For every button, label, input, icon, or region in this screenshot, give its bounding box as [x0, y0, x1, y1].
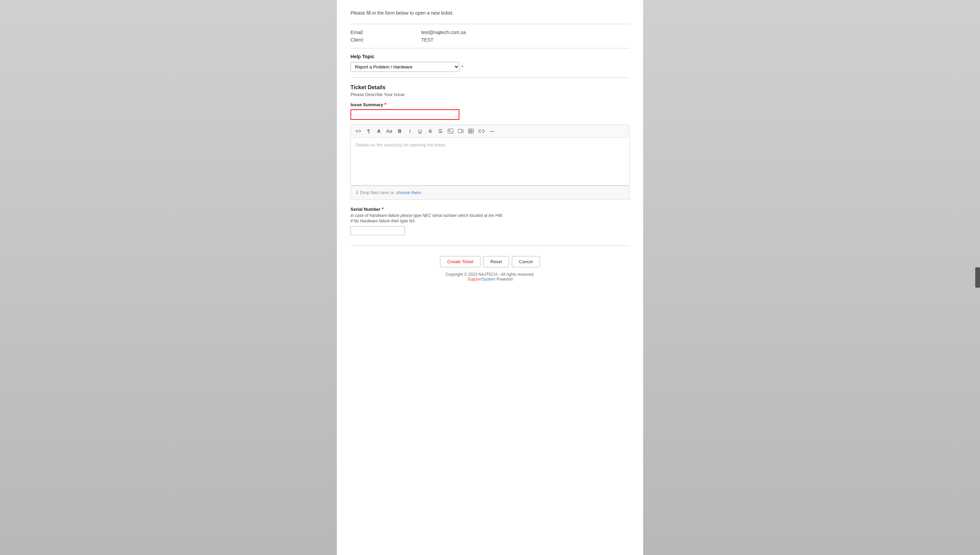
- serial-number-label: Serial Number *: [350, 206, 630, 212]
- scrollbar[interactable]: [975, 267, 980, 288]
- toolbar-list-btn[interactable]: ☰: [436, 127, 445, 135]
- issue-summary-input[interactable]: [350, 109, 459, 120]
- email-label: Email:: [350, 30, 419, 35]
- toolbar-hr-btn[interactable]: —: [487, 127, 497, 135]
- editor-toolbar: <> ¶ A Aa B I U S ☰: [351, 125, 629, 138]
- toolbar-italic-btn[interactable]: I: [405, 127, 414, 135]
- issue-summary-required: *: [385, 102, 386, 107]
- toolbar-underline-btn[interactable]: U: [415, 127, 425, 135]
- help-topic-required: *: [461, 64, 463, 70]
- toolbar-paragraph-btn[interactable]: ¶: [364, 127, 373, 135]
- reset-button[interactable]: Reset: [483, 256, 509, 267]
- toolbar-font-size-btn[interactable]: Aa: [384, 127, 394, 135]
- toolbar-bold-btn[interactable]: B: [395, 127, 404, 135]
- issue-summary-label: Issue Summary *: [350, 102, 630, 107]
- footer-support: Support: [468, 277, 482, 282]
- file-drop-icon: ℹ: [356, 190, 358, 195]
- ticket-details-title: Ticket Details: [350, 85, 630, 91]
- toolbar-code-btn[interactable]: <>: [353, 127, 363, 135]
- serial-hint-2: if No Hardware failure then type NA: [350, 218, 630, 223]
- ticket-details-subtitle: Please Describe Your Issue: [350, 92, 630, 97]
- file-choose-link[interactable]: choose them: [396, 190, 421, 195]
- footer-system: System: [482, 277, 496, 282]
- footer-brand: SupportSystem Powered: [350, 277, 630, 282]
- toolbar-strikethrough-btn[interactable]: S: [425, 127, 435, 135]
- footer: Copyright © 2023 NAJTECH - All rights re…: [350, 267, 630, 285]
- toolbar-link-btn[interactable]: [476, 128, 487, 134]
- svg-marker-3: [462, 130, 464, 133]
- footer-powered: Powered: [496, 277, 513, 282]
- help-topic-label: Help Topic: [350, 54, 630, 59]
- help-topic-select[interactable]: Report a Problem / Hardware General Inqu…: [350, 62, 459, 72]
- client-label: Client:: [350, 37, 419, 43]
- email-value: test@najtech.com.sa: [421, 30, 466, 35]
- toolbar-video-btn[interactable]: [456, 128, 465, 135]
- svg-point-1: [449, 130, 450, 131]
- client-value: TEST: [421, 37, 433, 43]
- toolbar-image-btn[interactable]: [446, 127, 455, 135]
- divider-bottom: [350, 245, 630, 246]
- serial-hint-1: In case of Hardware failure please type …: [350, 213, 630, 218]
- editor-placeholder: Details on the reason(s) for opening the…: [356, 142, 446, 148]
- serial-number-required: *: [382, 206, 384, 212]
- toolbar-font-color-btn[interactable]: A: [374, 127, 384, 135]
- svg-rect-4: [468, 129, 474, 133]
- toolbar-table-btn[interactable]: [466, 127, 476, 135]
- divider-email: [350, 48, 630, 48]
- create-ticket-button[interactable]: Create Ticket: [440, 256, 480, 267]
- divider-help-topic: [350, 77, 630, 78]
- copyright-text: Copyright © 2023 NAJTECH - All rights re…: [350, 272, 630, 277]
- intro-text: Please fill in the form below to open a …: [350, 10, 630, 16]
- serial-number-input[interactable]: [350, 226, 405, 235]
- file-drop-area[interactable]: ℹ Drop files here or choose them: [350, 186, 630, 199]
- file-drop-text: Drop files here or: [360, 190, 394, 195]
- cancel-button[interactable]: Cancel: [512, 256, 540, 267]
- actions-row: Create Ticket Reset Cancel: [350, 256, 630, 267]
- editor-body[interactable]: Details on the reason(s) for opening the…: [351, 138, 629, 185]
- svg-rect-2: [458, 129, 462, 133]
